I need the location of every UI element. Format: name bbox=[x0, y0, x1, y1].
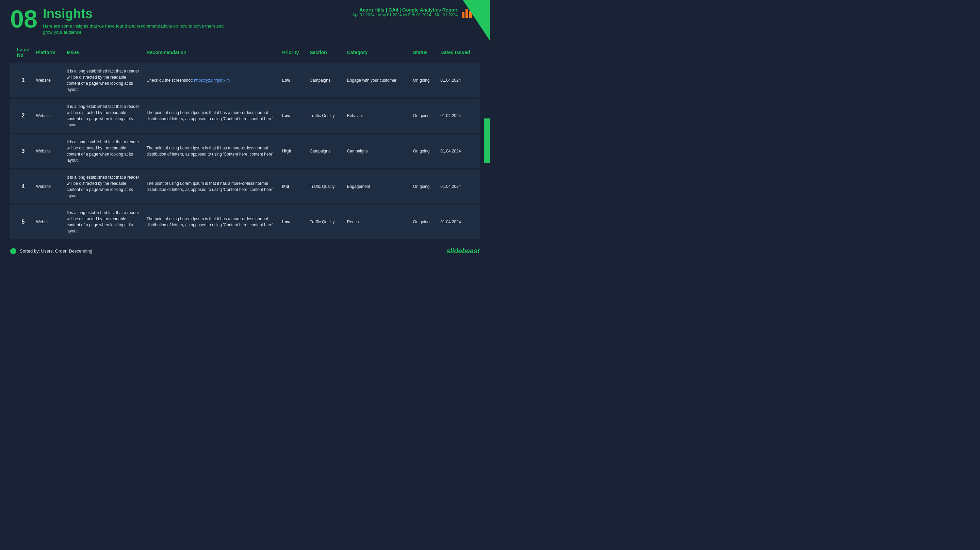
table-row: 5WebsiteIt is a long established fact th… bbox=[10, 205, 480, 239]
cell-section: Campaigns bbox=[306, 63, 344, 97]
cell-category: Engagement bbox=[344, 169, 410, 204]
cell-issue: It is a long established fact that a rea… bbox=[63, 99, 143, 133]
table-header: Issue No Platform Issue Recommendation P… bbox=[10, 42, 480, 63]
col-priority: Priority bbox=[279, 42, 306, 63]
green-dot-icon bbox=[10, 248, 16, 254]
col-issue: Issue bbox=[63, 42, 143, 63]
table-row: 1WebsiteIt is a long established fact th… bbox=[10, 63, 480, 97]
page-subtitle: Here are some insights that we have foun… bbox=[43, 23, 234, 35]
insights-table: Issue No Platform Issue Recommendation P… bbox=[10, 42, 480, 239]
cell-issue-no: 4 bbox=[10, 169, 33, 204]
sorted-info: Sorted by: Users, Order: Descending bbox=[10, 248, 92, 254]
col-dated: Dated Issued bbox=[437, 42, 480, 63]
cell-category: Reach bbox=[344, 205, 410, 239]
table-row: 4WebsiteIt is a long established fact th… bbox=[10, 169, 480, 204]
cell-platform: Website bbox=[33, 63, 63, 97]
header-text: Insights Here are some insights that we … bbox=[43, 7, 234, 35]
cell-priority: High bbox=[279, 134, 306, 168]
cell-platform: Website bbox=[33, 205, 63, 239]
cell-section: Traffic Quality bbox=[306, 99, 344, 133]
page-number: 08 bbox=[10, 7, 37, 31]
deco-corner bbox=[463, 0, 490, 41]
cell-recommendation: Check ou the screenshot: https:xyz.url/t… bbox=[143, 63, 279, 97]
cell-section: Campaigns bbox=[306, 134, 344, 168]
cell-status: On going bbox=[410, 134, 437, 168]
col-status: Status bbox=[410, 42, 437, 63]
cell-dated: 01.04.2024 bbox=[437, 63, 480, 97]
cell-dated: 01.04.2024 bbox=[437, 99, 480, 133]
cell-section: Traffic Quality bbox=[306, 169, 344, 204]
cell-category: Behavior bbox=[344, 99, 410, 133]
recommendation-link[interactable]: https:xyz.url/tyn.xlm bbox=[194, 78, 230, 83]
col-recommendation: Recommendation bbox=[143, 42, 279, 63]
table-row: 3WebsiteIt is a long established fact th… bbox=[10, 134, 480, 168]
cell-recommendation: The point of using Lorem Ipsum is that i… bbox=[143, 169, 279, 204]
main-content: Issue No Platform Issue Recommendation P… bbox=[0, 39, 490, 242]
date-range: Apr 01 2024 - May 01 2024 vs Feb 01 2024… bbox=[352, 13, 458, 18]
cell-priority: Mid bbox=[279, 169, 306, 204]
cell-status: On going bbox=[410, 169, 437, 204]
brand-logo: slidebeast bbox=[447, 247, 480, 255]
cell-platform: Website bbox=[33, 134, 63, 168]
cell-issue-no: 1 bbox=[10, 63, 33, 97]
cell-platform: Website bbox=[33, 169, 63, 204]
deco-right-mid bbox=[484, 118, 490, 163]
cell-status: On going bbox=[410, 99, 437, 133]
bar-1 bbox=[462, 12, 465, 18]
cell-priority: Low bbox=[279, 99, 306, 133]
cell-recommendation: The point of using Lorem Ipsum is that i… bbox=[143, 205, 279, 239]
cell-issue-no: 5 bbox=[10, 205, 33, 239]
cell-section: Traffic Quality bbox=[306, 205, 344, 239]
sorted-label: Sorted by: Users, Order: Descending bbox=[20, 249, 92, 253]
cell-dated: 01.04.2024 bbox=[437, 134, 480, 168]
col-section: Section bbox=[306, 42, 344, 63]
cell-issue-no: 2 bbox=[10, 99, 33, 133]
page-header: 08 Insights Here are some insights that … bbox=[0, 0, 490, 39]
company-name: Acorn Hills | GA4 | Google Analytics Rep… bbox=[352, 7, 458, 13]
cell-category: Engage with your customer bbox=[344, 63, 410, 97]
col-issue-no: Issue No bbox=[10, 42, 33, 63]
cell-priority: Low bbox=[279, 205, 306, 239]
cell-category: Campaigns bbox=[344, 134, 410, 168]
col-platform: Platform bbox=[33, 42, 63, 63]
table-row: 2WebsiteIt is a long established fact th… bbox=[10, 99, 480, 133]
company-info: Acorn Hills | GA4 | Google Analytics Rep… bbox=[352, 7, 458, 18]
cell-issue: It is a long established fact that a rea… bbox=[63, 134, 143, 168]
cell-issue: It is a long established fact that a rea… bbox=[63, 169, 143, 204]
cell-priority: Low bbox=[279, 63, 306, 97]
cell-recommendation: The point of using Lorem Ipsum is that i… bbox=[143, 99, 279, 133]
header-right: Acorn Hills | GA4 | Google Analytics Rep… bbox=[352, 7, 480, 18]
bar-2 bbox=[466, 9, 468, 18]
cell-recommendation: The point of using Lorem Ipsum is that i… bbox=[143, 134, 279, 168]
cell-status: On going bbox=[410, 63, 437, 97]
cell-status: On going bbox=[410, 205, 437, 239]
page-footer: Sorted by: Users, Order: Descending slid… bbox=[0, 242, 490, 260]
cell-issue-no: 3 bbox=[10, 134, 33, 168]
page-title: Insights bbox=[43, 7, 234, 21]
cell-dated: 01.04.2024 bbox=[437, 205, 480, 239]
cell-issue: It is a long established fact that a rea… bbox=[63, 63, 143, 97]
cell-platform: Website bbox=[33, 99, 63, 133]
col-category: Category bbox=[344, 42, 410, 63]
header-left: 08 Insights Here are some insights that … bbox=[10, 7, 234, 35]
cell-dated: 01.04.2024 bbox=[437, 169, 480, 204]
cell-issue: It is a long established fact that a rea… bbox=[63, 205, 143, 239]
